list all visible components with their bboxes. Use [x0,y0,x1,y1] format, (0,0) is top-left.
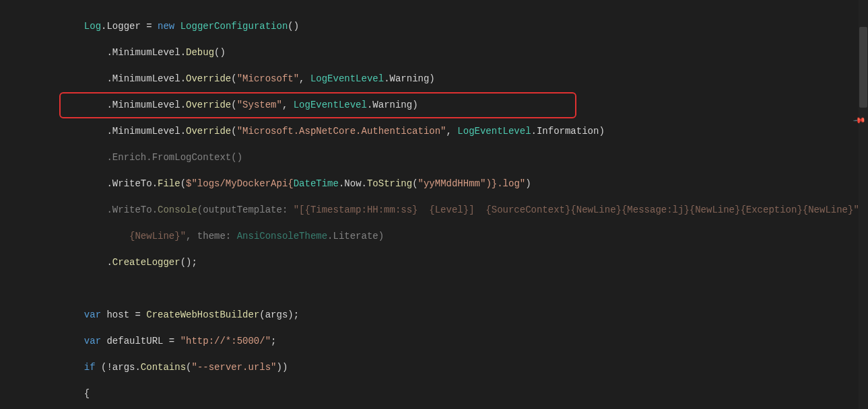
code-line: .MinimumLevel.Override("Microsoft", LogE… [16,73,868,86]
code-line: .MinimumLevel.Override("System", LogEven… [16,99,868,112]
code-line: .WriteTo.File($"logs/MyDockerApi{DateTim… [16,178,868,191]
scrollbar-thumb[interactable] [859,27,867,108]
code-line [16,283,868,296]
code-line: .WriteTo.Console(outputTemplate: "[{Time… [16,204,868,217]
code-line: var defaultURL = "http://*:5000/"; [16,335,868,348]
code-line: .CreateLogger(); [16,256,868,270]
code-line: if (!args.Contains("--server.urls")) [16,361,868,375]
code-line: { [16,387,868,401]
code-line: .MinimumLevel.Override("Microsoft.AspNet… [16,125,868,139]
code-line: {NewLine}", theme: AnsiConsoleTheme.Lite… [16,230,868,244]
code-line: .MinimumLevel.Debug() [16,46,868,60]
code-line: var host = CreateWebHostBuilder(args); [16,309,868,322]
code-line: .Enrich.FromLogContext() [16,151,868,165]
code-editor[interactable]: Log.Logger = new LoggerConfiguration() .… [0,0,868,409]
vertical-scrollbar[interactable] [859,0,868,409]
code-line: Log.Logger = new LoggerConfiguration() [16,20,868,34]
